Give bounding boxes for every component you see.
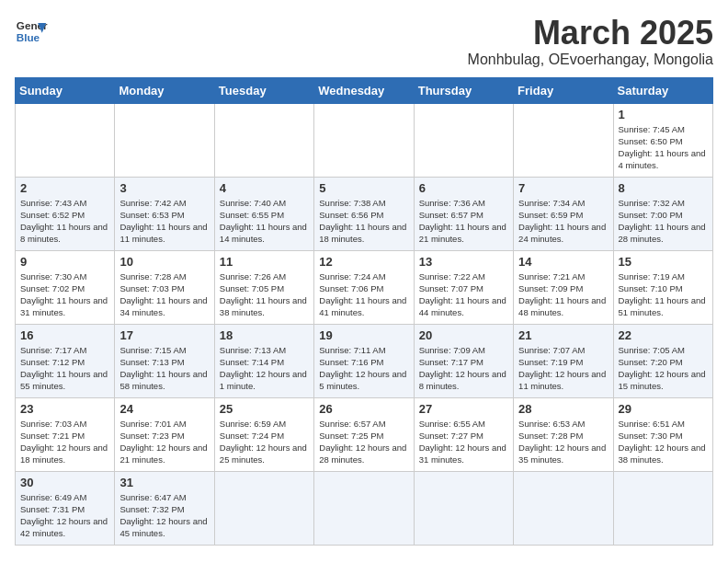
- calendar-cell: 25Sunrise: 6:59 AMSunset: 7:24 PMDayligh…: [214, 397, 313, 471]
- calendar-cell: 21Sunrise: 7:07 AMSunset: 7:19 PMDayligh…: [514, 324, 613, 397]
- calendar-cell: 7Sunrise: 7:34 AMSunset: 6:59 PMDaylight…: [514, 177, 613, 250]
- calendar-cell: 24Sunrise: 7:01 AMSunset: 7:23 PMDayligh…: [115, 397, 214, 471]
- day-info: Sunrise: 7:09 AMSunset: 7:17 PMDaylight:…: [419, 344, 508, 393]
- day-number: 19: [319, 328, 408, 342]
- calendar-cell: 4Sunrise: 7:40 AMSunset: 6:55 PMDaylight…: [214, 177, 313, 250]
- calendar-cell: 29Sunrise: 6:51 AMSunset: 7:30 PMDayligh…: [613, 397, 712, 471]
- calendar-cell: 5Sunrise: 7:38 AMSunset: 6:56 PMDaylight…: [314, 177, 414, 250]
- calendar-cell: [314, 103, 414, 177]
- day-info: Sunrise: 7:19 AMSunset: 7:10 PMDaylight:…: [619, 270, 708, 319]
- day-info: Sunrise: 7:15 AMSunset: 7:13 PMDaylight:…: [119, 344, 209, 393]
- day-info: Sunrise: 7:32 AMSunset: 7:00 PMDaylight:…: [619, 197, 708, 246]
- calendar-cell: 10Sunrise: 7:28 AMSunset: 7:03 PMDayligh…: [115, 250, 214, 324]
- day-info: Sunrise: 7:01 AMSunset: 7:23 PMDaylight:…: [119, 418, 209, 466]
- day-number: 16: [20, 328, 109, 342]
- day-number: 2: [20, 181, 109, 195]
- calendar-cell: 18Sunrise: 7:13 AMSunset: 7:14 PMDayligh…: [214, 324, 313, 397]
- day-info: Sunrise: 7:26 AMSunset: 7:05 PMDaylight:…: [220, 270, 309, 319]
- calendar-cell: 3Sunrise: 7:42 AMSunset: 6:53 PMDaylight…: [115, 177, 214, 250]
- calendar-cell: [414, 103, 513, 177]
- calendar-cell: 20Sunrise: 7:09 AMSunset: 7:17 PMDayligh…: [414, 324, 513, 397]
- day-number: 23: [20, 402, 109, 416]
- day-info: Sunrise: 7:34 AMSunset: 6:59 PMDaylight:…: [518, 197, 608, 246]
- calendar-cell: [414, 471, 513, 545]
- day-number: 9: [20, 255, 109, 269]
- calendar-header: SundayMondayTuesdayWednesdayThursdayFrid…: [16, 77, 713, 103]
- calendar-cell: 11Sunrise: 7:26 AMSunset: 7:05 PMDayligh…: [214, 250, 313, 324]
- day-number: 30: [20, 476, 109, 489]
- calendar-cell: [514, 471, 613, 545]
- calendar-cell: [514, 103, 613, 177]
- header: General Blue March 2025 Monhbulag, OEvoe…: [15, 15, 713, 68]
- day-number: 22: [619, 328, 708, 342]
- svg-text:Blue: Blue: [17, 31, 40, 43]
- day-info: Sunrise: 7:03 AMSunset: 7:21 PMDaylight:…: [20, 418, 109, 466]
- day-number: 14: [518, 255, 608, 269]
- day-number: 24: [119, 402, 209, 416]
- day-number: 26: [319, 402, 408, 416]
- day-number: 28: [518, 402, 608, 416]
- calendar-cell: [214, 103, 313, 177]
- day-info: Sunrise: 6:55 AMSunset: 7:27 PMDaylight:…: [419, 418, 508, 466]
- calendar-cell: 23Sunrise: 7:03 AMSunset: 7:21 PMDayligh…: [16, 397, 115, 471]
- day-info: Sunrise: 7:11 AMSunset: 7:16 PMDaylight:…: [319, 344, 408, 393]
- calendar-cell: 28Sunrise: 6:53 AMSunset: 7:28 PMDayligh…: [514, 397, 613, 471]
- calendar-cell: [613, 471, 712, 545]
- weekday-header-friday: Friday: [514, 77, 613, 103]
- day-info: Sunrise: 7:22 AMSunset: 7:07 PMDaylight:…: [419, 270, 508, 319]
- day-info: Sunrise: 7:30 AMSunset: 7:02 PMDaylight:…: [20, 270, 109, 319]
- day-number: 29: [619, 402, 708, 416]
- calendar-cell: [314, 471, 414, 545]
- day-number: 8: [619, 181, 708, 195]
- calendar-cell: [16, 103, 115, 177]
- day-info: Sunrise: 7:17 AMSunset: 7:12 PMDaylight:…: [20, 344, 109, 393]
- day-info: Sunrise: 7:36 AMSunset: 6:57 PMDaylight:…: [419, 197, 508, 246]
- day-info: Sunrise: 6:47 AMSunset: 7:32 PMDaylight:…: [119, 491, 209, 540]
- day-info: Sunrise: 7:42 AMSunset: 6:53 PMDaylight:…: [119, 197, 209, 246]
- calendar-cell: 2Sunrise: 7:43 AMSunset: 6:52 PMDaylight…: [16, 177, 115, 250]
- day-number: 4: [220, 181, 309, 195]
- weekday-header-sunday: Sunday: [16, 77, 115, 103]
- day-info: Sunrise: 7:45 AMSunset: 6:50 PMDaylight:…: [619, 123, 708, 172]
- calendar-cell: 17Sunrise: 7:15 AMSunset: 7:13 PMDayligh…: [115, 324, 214, 397]
- day-info: Sunrise: 6:59 AMSunset: 7:24 PMDaylight:…: [220, 418, 309, 466]
- weekday-header-wednesday: Wednesday: [314, 77, 414, 103]
- calendar-cell: 19Sunrise: 7:11 AMSunset: 7:16 PMDayligh…: [314, 324, 414, 397]
- day-number: 12: [319, 255, 408, 269]
- day-number: 15: [619, 255, 708, 269]
- day-number: 31: [119, 476, 209, 489]
- logo: General Blue: [15, 15, 48, 48]
- calendar-cell: 27Sunrise: 6:55 AMSunset: 7:27 PMDayligh…: [414, 397, 513, 471]
- day-info: Sunrise: 7:40 AMSunset: 6:55 PMDaylight:…: [220, 197, 309, 246]
- weekday-header-saturday: Saturday: [613, 77, 712, 103]
- calendar-cell: 14Sunrise: 7:21 AMSunset: 7:09 PMDayligh…: [514, 250, 613, 324]
- day-info: Sunrise: 7:21 AMSunset: 7:09 PMDaylight:…: [518, 270, 608, 319]
- calendar-cell: 1Sunrise: 7:45 AMSunset: 6:50 PMDaylight…: [613, 103, 712, 177]
- calendar-cell: 9Sunrise: 7:30 AMSunset: 7:02 PMDaylight…: [16, 250, 115, 324]
- day-info: Sunrise: 7:05 AMSunset: 7:20 PMDaylight:…: [619, 344, 708, 393]
- calendar: SundayMondayTuesdayWednesdayThursdayFrid…: [15, 77, 713, 546]
- day-info: Sunrise: 6:57 AMSunset: 7:25 PMDaylight:…: [319, 418, 408, 466]
- calendar-cell: 26Sunrise: 6:57 AMSunset: 7:25 PMDayligh…: [314, 397, 414, 471]
- calendar-cell: 31Sunrise: 6:47 AMSunset: 7:32 PMDayligh…: [115, 471, 214, 545]
- day-info: Sunrise: 7:24 AMSunset: 7:06 PMDaylight:…: [319, 270, 408, 319]
- weekday-header-monday: Monday: [115, 77, 214, 103]
- day-info: Sunrise: 7:28 AMSunset: 7:03 PMDaylight:…: [119, 270, 209, 319]
- day-number: 25: [220, 402, 309, 416]
- day-number: 6: [419, 181, 508, 195]
- day-number: 1: [619, 108, 708, 121]
- weekday-header-tuesday: Tuesday: [214, 77, 313, 103]
- day-info: Sunrise: 6:51 AMSunset: 7:30 PMDaylight:…: [619, 418, 708, 466]
- calendar-cell: [115, 103, 214, 177]
- calendar-cell: 12Sunrise: 7:24 AMSunset: 7:06 PMDayligh…: [314, 250, 414, 324]
- day-info: Sunrise: 6:53 AMSunset: 7:28 PMDaylight:…: [518, 418, 608, 466]
- month-title: March 2025: [468, 15, 713, 52]
- calendar-cell: 15Sunrise: 7:19 AMSunset: 7:10 PMDayligh…: [613, 250, 712, 324]
- day-info: Sunrise: 7:38 AMSunset: 6:56 PMDaylight:…: [319, 197, 408, 246]
- day-number: 21: [518, 328, 608, 342]
- location-title: Monhbulag, OEvoerhangay, Mongolia: [468, 52, 713, 68]
- day-number: 27: [419, 402, 508, 416]
- calendar-cell: [214, 471, 313, 545]
- calendar-cell: 6Sunrise: 7:36 AMSunset: 6:57 PMDaylight…: [414, 177, 513, 250]
- calendar-cell: 8Sunrise: 7:32 AMSunset: 7:00 PMDaylight…: [613, 177, 712, 250]
